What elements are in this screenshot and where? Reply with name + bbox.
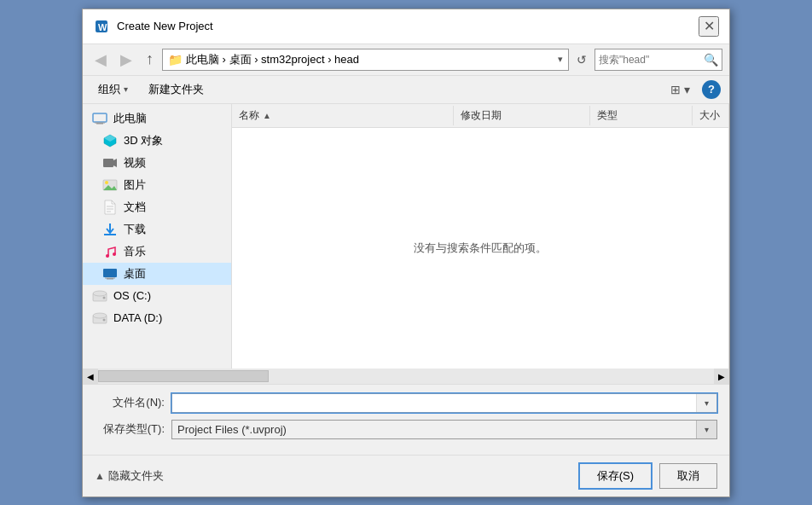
organize-label: 组织: [98, 82, 120, 97]
sidebar-item-videos[interactable]: 视频: [83, 152, 231, 174]
filetype-select-wrap: Project Files (*.uvproj) ▾: [171, 420, 717, 439]
refresh-icon: ↺: [577, 53, 587, 67]
sidebar-label-os-c: OS (C:): [113, 289, 151, 302]
address-bar: 📁 此电脑 › 桌面 › stm32project › head ▾: [162, 49, 569, 71]
new-folder-button[interactable]: 新建文件夹: [142, 79, 211, 100]
col-type-label: 类型: [597, 108, 618, 123]
sidebar-item-music[interactable]: 音乐: [83, 241, 231, 263]
col-name-label: 名称: [239, 108, 259, 123]
sort-icon: ▲: [263, 111, 271, 120]
sidebar-item-data-d[interactable]: DATA (D:): [83, 307, 231, 329]
hide-folder-label: 隐藏文件夹: [108, 468, 164, 484]
sidebar-label-desktop: 桌面: [124, 266, 146, 282]
picture-icon: [102, 177, 119, 193]
address-dropdown-button[interactable]: ▾: [558, 54, 563, 65]
navigation-toolbar: ◀ ▶ ↑ 📁 此电脑 › 桌面 › stm32project › head ▾…: [83, 44, 729, 76]
svg-point-22: [93, 291, 107, 296]
app-icon: W: [93, 18, 110, 35]
sidebar-scroll: 此电脑 3D 对象: [83, 107, 231, 365]
organize-button[interactable]: 组织 ▾: [91, 79, 135, 100]
sidebar-label-this-pc: 此电脑: [113, 111, 147, 126]
filename-dropdown-button[interactable]: ▾: [696, 394, 716, 412]
view-button[interactable]: ⊞ ▾: [665, 80, 695, 99]
drive-d-icon: [91, 311, 108, 326]
video-icon: [102, 155, 119, 171]
file-header: 名称 ▲ 修改日期 类型 大小: [232, 104, 728, 128]
cancel-label: 取消: [677, 469, 699, 482]
view-icon: ⊞: [670, 83, 681, 96]
sidebar-label-downloads: 下载: [124, 222, 146, 237]
cube-icon: [102, 133, 119, 148]
sidebar-item-desktop[interactable]: 桌面: [83, 263, 231, 285]
col-header-type[interactable]: 类型: [590, 106, 693, 125]
filename-input-wrap: ▾: [171, 393, 717, 413]
search-bar: 🔍: [594, 49, 722, 71]
filetype-dropdown-button[interactable]: ▾: [696, 421, 716, 438]
scroll-right-button[interactable]: ▶: [714, 369, 729, 384]
document-icon: [102, 200, 119, 215]
hide-folder-toggle[interactable]: ▲ 隐藏文件夹: [95, 468, 164, 484]
sidebar-item-os-c[interactable]: OS (C:): [83, 285, 231, 307]
sidebar-label-documents: 文档: [124, 200, 146, 215]
svg-marker-8: [113, 159, 117, 167]
filename-label: 文件名(N):: [95, 395, 171, 410]
sidebar-item-documents[interactable]: 文档: [83, 196, 231, 218]
hide-folder-icon: ▲: [95, 470, 105, 482]
cancel-button[interactable]: 取消: [659, 463, 717, 489]
save-button[interactable]: 保存(S): [578, 462, 652, 490]
download-icon: [102, 222, 119, 237]
sidebar-item-pictures[interactable]: 图片: [83, 174, 231, 196]
svg-point-23: [103, 296, 106, 299]
filetype-value: Project Files (*.uvproj): [172, 421, 696, 438]
filename-row: 文件名(N): ▾: [95, 393, 717, 413]
sidebar-label-pictures: 图片: [124, 177, 146, 193]
svg-rect-18: [103, 269, 117, 277]
svg-text:W: W: [98, 22, 107, 32]
sidebar-item-this-pc[interactable]: 此电脑: [83, 107, 231, 130]
computer-icon: [91, 111, 108, 126]
bottom-form: 文件名(N): ▾ 保存类型(T): Project Files (*.uvpr…: [83, 384, 729, 455]
col-header-name[interactable]: 名称 ▲: [232, 106, 454, 125]
sidebar-label-music: 音乐: [124, 244, 146, 259]
svg-point-16: [106, 254, 109, 258]
drive-c-icon: [91, 288, 108, 304]
title-bar: W Create New Project ✕: [83, 9, 729, 44]
svg-rect-2: [93, 113, 107, 122]
back-button[interactable]: ◀: [90, 48, 112, 72]
up-button[interactable]: ↑: [141, 48, 159, 71]
close-button[interactable]: ✕: [699, 16, 719, 37]
search-icon[interactable]: 🔍: [704, 53, 718, 67]
forward-icon: ▶: [120, 50, 132, 69]
sidebar: 此电脑 3D 对象: [83, 104, 232, 369]
sidebar-label-3d: 3D 对象: [124, 133, 163, 148]
save-label: 保存(S): [597, 469, 634, 482]
main-area: 此电脑 3D 对象: [83, 104, 729, 369]
music-icon: [102, 244, 119, 259]
back-icon: ◀: [95, 50, 107, 69]
col-size-label: 大小: [699, 108, 720, 123]
filename-input[interactable]: [172, 394, 696, 412]
scrollbar-h-track: [98, 369, 714, 384]
action-bar: 组织 ▾ 新建文件夹 ⊞ ▾ ?: [83, 76, 729, 104]
create-project-dialog: W Create New Project ✕ ◀ ▶ ↑ 📁 此电脑 › 桌面 …: [82, 9, 730, 497]
col-header-size[interactable]: 大小: [693, 106, 728, 125]
dialog-title: Create New Project: [117, 20, 699, 32]
organize-chevron-icon: ▾: [124, 84, 128, 94]
scrollbar-h-thumb[interactable]: [98, 370, 269, 382]
horizontal-scrollbar: ◀ ▶: [83, 369, 729, 384]
svg-point-10: [105, 181, 108, 184]
up-icon: ↑: [146, 50, 154, 68]
sidebar-item-downloads[interactable]: 下载: [83, 218, 231, 241]
help-button[interactable]: ?: [702, 80, 721, 99]
scroll-left-button[interactable]: ◀: [83, 369, 98, 384]
forward-button[interactable]: ▶: [115, 48, 137, 72]
view-chevron-icon: ▾: [684, 83, 690, 96]
col-header-date[interactable]: 修改日期: [454, 106, 590, 125]
sidebar-item-3d-objects[interactable]: 3D 对象: [83, 130, 231, 152]
refresh-button[interactable]: ↺: [572, 50, 591, 69]
svg-point-17: [113, 252, 116, 256]
search-input[interactable]: [599, 54, 700, 66]
filetype-label: 保存类型(T):: [95, 421, 171, 437]
empty-message-text: 没有与搜索条件匹配的项。: [414, 241, 547, 256]
svg-point-26: [103, 318, 106, 321]
